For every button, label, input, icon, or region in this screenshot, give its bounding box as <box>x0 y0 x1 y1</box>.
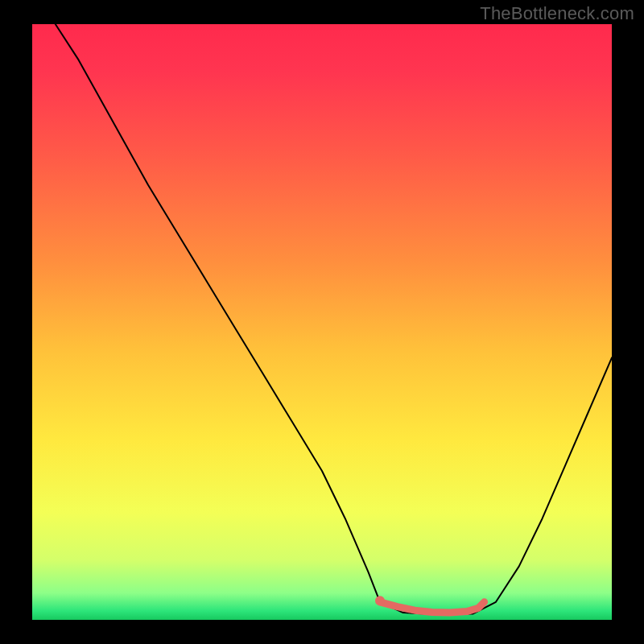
chart-frame: TheBottleneck.com <box>0 0 644 644</box>
background-rect <box>32 24 612 620</box>
optimal-start-dot <box>375 596 385 605</box>
attribution-label: TheBottleneck.com <box>480 3 634 24</box>
plot-area <box>32 24 612 620</box>
chart-svg <box>32 24 612 620</box>
marker-layer <box>375 596 385 605</box>
